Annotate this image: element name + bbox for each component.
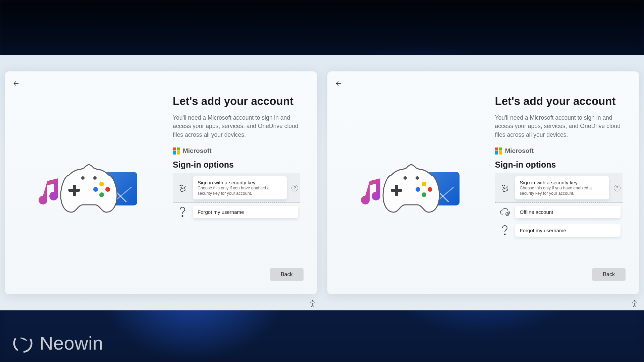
- svg-point-19: [404, 176, 407, 180]
- banner-top: [0, 0, 644, 55]
- panel-left: Let's add your account You'll need a Mic…: [0, 55, 322, 310]
- svg-point-27: [13, 333, 33, 353]
- svg-rect-10: [180, 188, 185, 192]
- neowin-logo-icon: [13, 333, 33, 353]
- option-forgot-username-label: Forgot my username: [198, 209, 244, 215]
- content-left: Let's add your account You'll need a Mic…: [173, 95, 304, 221]
- option-offline-account-label: Offline account: [520, 209, 553, 215]
- option-security-key-title: Sign in with a security key: [198, 180, 282, 185]
- help-icon[interactable]: ?: [614, 185, 621, 191]
- svg-rect-23: [502, 188, 507, 192]
- microsoft-logo: Microsoft: [495, 147, 626, 155]
- accessibility-icon[interactable]: [309, 300, 317, 308]
- music-note-icon: [360, 177, 384, 207]
- option-forgot-username[interactable]: Forgot my username: [173, 203, 300, 221]
- page-subtitle: You'll need a Microsoft account to sign …: [495, 114, 626, 139]
- back-arrow-icon[interactable]: [11, 79, 20, 88]
- neowin-watermark: Neowin: [13, 332, 103, 354]
- svg-point-8: [180, 185, 180, 186]
- svg-point-3: [105, 187, 110, 192]
- svg-point-11: [182, 216, 183, 217]
- cloud-offline-icon: [499, 206, 511, 218]
- page-title: Let's add your account: [173, 95, 304, 108]
- help-icon[interactable]: ?: [291, 185, 298, 191]
- question-icon: [177, 206, 188, 218]
- security-key-icon: [177, 182, 188, 194]
- content-right: Let's add your account You'll need a Mic…: [495, 95, 626, 240]
- music-note-icon: [38, 177, 61, 207]
- page-title: Let's add your account: [495, 95, 626, 108]
- accessibility-icon[interactable]: [631, 300, 639, 308]
- microsoft-wordmark: Microsoft: [505, 147, 534, 155]
- signin-options-list: Sign in with a security key Choose this …: [495, 173, 623, 240]
- svg-point-5: [93, 187, 98, 192]
- back-arrow-icon[interactable]: [333, 79, 343, 88]
- hero-illustration: [358, 159, 462, 226]
- svg-point-22: [504, 185, 504, 186]
- comparison-panels: Let's add your account You'll need a Mic…: [0, 55, 644, 310]
- svg-point-7: [93, 176, 97, 180]
- microsoft-wordmark: Microsoft: [183, 147, 212, 155]
- option-forgot-username-label: Forgot my username: [520, 228, 566, 233]
- panel-right: Let's add your account You'll need a Mic…: [322, 55, 644, 310]
- option-security-key[interactable]: Sign in with a security key Choose this …: [173, 173, 300, 203]
- svg-point-12: [312, 301, 313, 302]
- option-security-key-title: Sign in with a security key: [520, 180, 604, 185]
- option-offline-account[interactable]: Offline account: [495, 203, 623, 221]
- question-icon: [499, 225, 511, 236]
- svg-point-6: [81, 176, 85, 180]
- option-security-key-sub: Choose this only if you have enabled a s…: [520, 186, 604, 196]
- microsoft-logo: Microsoft: [173, 147, 304, 155]
- neowin-wordmark: Neowin: [40, 332, 103, 354]
- back-button[interactable]: Back: [592, 268, 626, 281]
- security-key-icon: [499, 182, 511, 194]
- option-security-key-sub: Choose this only if you have enabled a s…: [198, 186, 282, 196]
- svg-point-9: [182, 185, 182, 186]
- svg-point-18: [416, 187, 420, 192]
- svg-point-26: [634, 301, 635, 302]
- game-controller-icon: [59, 162, 119, 216]
- svg-rect-1: [68, 189, 80, 192]
- svg-point-16: [428, 187, 432, 192]
- svg-point-15: [422, 182, 426, 186]
- signin-options-heading: Sign-in options: [495, 160, 626, 170]
- signin-options-list: Sign in with a security key Choose this …: [173, 173, 300, 221]
- microsoft-squares-icon: [495, 147, 502, 155]
- oobe-card-left: Let's add your account You'll need a Mic…: [5, 71, 317, 294]
- microsoft-squares-icon: [173, 147, 180, 155]
- svg-point-2: [99, 182, 104, 186]
- svg-point-17: [422, 192, 426, 197]
- hero-illustration: [35, 159, 139, 226]
- game-controller-icon: [381, 162, 441, 216]
- svg-point-4: [99, 192, 104, 197]
- option-security-key[interactable]: Sign in with a security key Choose this …: [495, 173, 623, 203]
- svg-rect-14: [391, 189, 402, 192]
- oobe-card-right: Let's add your account You'll need a Mic…: [327, 71, 639, 294]
- svg-point-20: [416, 176, 419, 180]
- svg-point-25: [504, 234, 505, 235]
- option-forgot-username[interactable]: Forgot my username: [495, 221, 623, 240]
- signin-options-heading: Sign-in options: [173, 160, 304, 170]
- svg-point-21: [502, 185, 503, 186]
- back-button[interactable]: Back: [270, 268, 304, 281]
- page-subtitle: You'll need a Microsoft account to sign …: [173, 114, 304, 139]
